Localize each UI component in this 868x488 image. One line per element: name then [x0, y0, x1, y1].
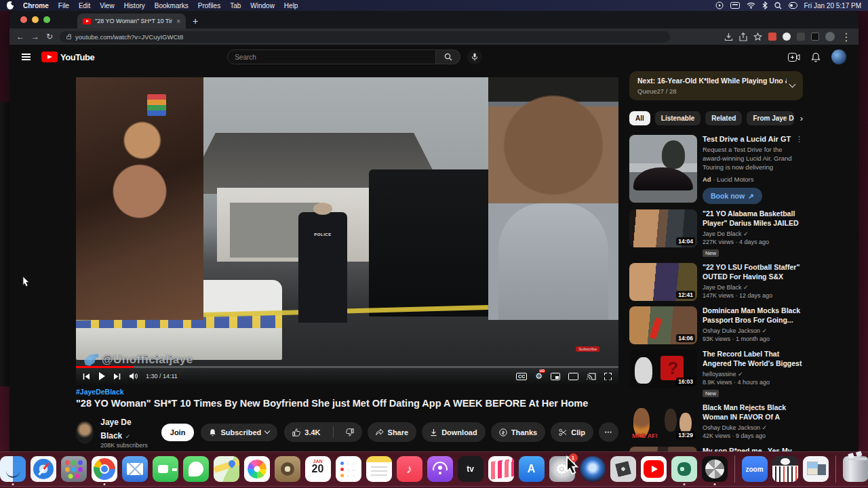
browser-tab[interactable]: "28 YO Woman" SH*T 10 Time ×	[77, 14, 186, 28]
minimize-window-button[interactable]	[32, 16, 39, 23]
control-center-icon[interactable]	[789, 2, 797, 9]
dock-safari-icon[interactable]	[31, 456, 56, 482]
menu-history[interactable]: History	[124, 2, 145, 9]
reload-button[interactable]: ↻	[46, 33, 53, 41]
menu-view[interactable]: View	[100, 2, 115, 9]
ad-card[interactable]: Test Drive a Lucid Air GT Request a Test…	[629, 135, 803, 204]
suggested-video[interactable]: 16:03 The Record Label That Angered The …	[629, 350, 803, 398]
dock-chrome-icon[interactable]	[92, 456, 117, 482]
suggestion-title[interactable]: "22 YO LSU Football Staffer" OUTED For H…	[703, 263, 803, 282]
ad-thumbnail[interactable]	[629, 135, 697, 203]
subscribe-watermark-button[interactable]: Subscribe	[576, 346, 599, 352]
dock-facetime-icon[interactable]	[153, 456, 178, 482]
dock-screen-recorder-icon[interactable]	[671, 456, 697, 482]
video-thumbnail[interactable]: 12:41	[629, 263, 697, 301]
dock-podcasts-icon[interactable]	[427, 456, 453, 482]
like-button[interactable]: 3.4K	[284, 422, 328, 442]
suggestion-title[interactable]: "21 YO Alabama Basketball Player" Darius…	[703, 209, 803, 228]
fullscreen-button[interactable]	[604, 373, 612, 380]
autoplay-next-panel[interactable]: Next: 16-Year-Old K*lled While Playing U…	[629, 71, 803, 100]
address-bar[interactable]: youtube.com/watch?v=JVCuyIGWCt8	[60, 31, 670, 43]
adblock-extension-icon[interactable]	[768, 33, 776, 41]
ssl-lock-icon[interactable]	[66, 36, 71, 39]
menu-tab[interactable]: Tab	[230, 2, 241, 9]
new-tab-button[interactable]: +	[193, 16, 198, 28]
expand-queue-icon[interactable]	[789, 81, 796, 88]
subscribed-button[interactable]: Subscribed	[201, 424, 277, 441]
dock-mail-icon[interactable]	[122, 456, 148, 482]
bluetooth-icon[interactable]	[762, 1, 768, 9]
suggested-video[interactable]: MAD AF!13:29 Black Man Rejects Black Wom…	[629, 403, 803, 441]
chips-scroll-arrow[interactable]: ›	[800, 113, 803, 123]
menu-bar-clock[interactable]: Fri Jan 20 5:17 PM	[804, 2, 861, 9]
keyboard-brightness-icon[interactable]	[730, 2, 740, 9]
suggestion-title[interactable]: The Record Label That Angered The World'…	[703, 350, 803, 369]
theater-mode-button[interactable]	[568, 373, 578, 380]
captions-button[interactable]: CC	[516, 373, 527, 380]
settings-gear-icon[interactable]: ⚙HD	[535, 372, 542, 380]
next-button[interactable]	[113, 373, 121, 380]
back-button[interactable]: ←	[16, 33, 24, 41]
zoom-window-button[interactable]	[43, 16, 50, 23]
join-button[interactable]: Join	[161, 424, 195, 441]
share-icon[interactable]	[739, 33, 747, 41]
dock-midi-keyboard-icon[interactable]	[772, 456, 798, 482]
volume-button[interactable]	[129, 372, 138, 380]
extension-icon[interactable]	[783, 33, 791, 41]
suggestion-title[interactable]: Black Man Rejects Black Woman IN FAVOR O…	[703, 403, 803, 422]
downloads-icon[interactable]	[724, 33, 733, 41]
suggested-video[interactable]: 14:06 Dominican Man Mocks Black Passport…	[629, 306, 803, 344]
dock-youtube-icon[interactable]	[641, 456, 667, 482]
dock-news-icon[interactable]	[488, 456, 514, 482]
chip-all[interactable]: All	[629, 111, 650, 125]
previous-button[interactable]	[83, 373, 90, 380]
share-button[interactable]: Share	[368, 422, 417, 442]
suggestion-channel[interactable]: Oshay Duke Jackson ✓	[703, 327, 803, 334]
dock-roblox-icon[interactable]	[610, 456, 636, 482]
menu-profiles[interactable]: Profiles	[198, 2, 220, 9]
dock-trash-icon[interactable]	[843, 456, 868, 482]
wifi-icon[interactable]	[747, 2, 755, 9]
more-actions-button[interactable]: ⋯	[599, 422, 618, 442]
create-video-icon[interactable]	[788, 53, 800, 62]
dock-launchpad-icon[interactable]	[61, 456, 87, 482]
dock-zoom-icon[interactable]: zoom	[742, 456, 768, 482]
dock-apple-tv-icon[interactable]: tv	[458, 456, 484, 482]
suggestion-title[interactable]: Dominican Man Mocks Black Passport Bros …	[703, 306, 803, 325]
playlist-extension-icon[interactable]	[797, 33, 805, 41]
dark-extension-icon[interactable]	[811, 33, 819, 41]
dock-image-tool-icon[interactable]	[803, 456, 829, 482]
dock-notes-icon[interactable]	[366, 456, 392, 482]
dock-finder-icon[interactable]	[0, 456, 26, 482]
dock-maps-icon[interactable]	[214, 456, 239, 482]
voice-search-button[interactable]	[467, 49, 482, 64]
close-tab-icon[interactable]: ×	[176, 18, 180, 25]
dock-aperture-app-icon[interactable]	[702, 456, 728, 482]
suggested-video[interactable]: 14:04 "21 YO Alabama Basketball Player" …	[629, 209, 803, 258]
ad-menu-icon[interactable]: ⋮	[795, 135, 803, 144]
suggested-video[interactable]: 12:41 "22 YO LSU Football Staffer" OUTED…	[629, 263, 803, 301]
playback-status-icon[interactable]	[715, 1, 724, 9]
download-button[interactable]: Download	[422, 422, 486, 442]
miniplayer-button[interactable]	[551, 373, 560, 380]
search-input[interactable]: Search	[227, 49, 436, 64]
chrome-menu-icon[interactable]: ⋮	[841, 30, 852, 43]
menu-window[interactable]: Window	[250, 2, 275, 9]
bookmark-star-icon[interactable]	[753, 33, 762, 41]
dock-calendar-icon[interactable]: JAN 20	[305, 456, 331, 482]
dock-messages-icon[interactable]	[183, 456, 209, 482]
dock-photos-icon[interactable]	[244, 456, 270, 482]
cast-button[interactable]	[587, 373, 596, 380]
menu-bookmarks[interactable]: Bookmarks	[155, 2, 189, 9]
suggestion-channel[interactable]: Jaye De Black ✓	[703, 230, 803, 237]
account-avatar[interactable]	[831, 49, 846, 64]
browser-profile-avatar[interactable]	[825, 32, 835, 41]
clip-button[interactable]: Clip	[551, 422, 593, 442]
chip-listenable[interactable]: Listenable	[655, 111, 701, 125]
dock-app-store-icon[interactable]: A	[519, 456, 545, 482]
channel-avatar[interactable]	[76, 421, 94, 444]
search-button[interactable]	[436, 49, 460, 64]
dock-photo-booth-icon[interactable]	[275, 456, 300, 482]
forward-button[interactable]: →	[31, 33, 39, 41]
guide-menu-icon[interactable]	[22, 54, 31, 60]
